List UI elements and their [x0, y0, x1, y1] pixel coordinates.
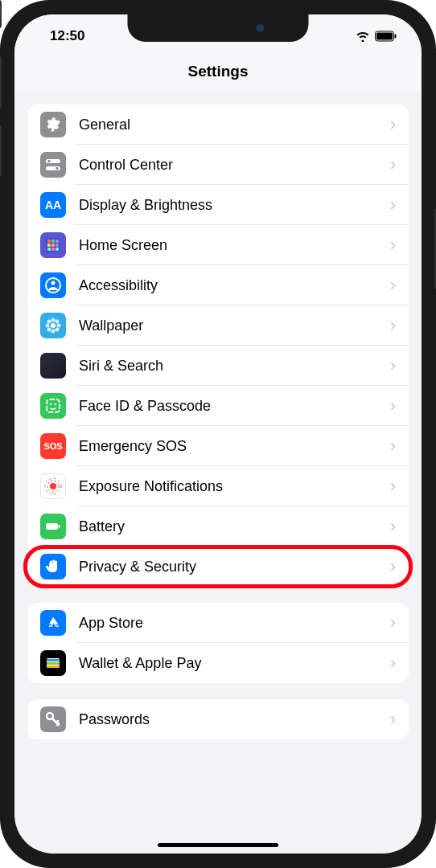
chevron-right-icon: ›	[390, 516, 396, 537]
row-label: Battery	[79, 518, 390, 535]
settings-row-accessibility[interactable]: Accessibility›	[27, 265, 409, 305]
chevron-right-icon: ›	[390, 114, 396, 135]
chevron-right-icon: ›	[390, 556, 396, 577]
sos-icon	[40, 433, 66, 459]
settings-row-wallet[interactable]: Wallet & Apple Pay›	[27, 643, 409, 683]
settings-group: Passwords›	[27, 699, 409, 739]
settings-row-siri[interactable]: Siri & Search›	[27, 346, 409, 386]
chevron-right-icon: ›	[390, 653, 396, 674]
settings-row-faceid[interactable]: Face ID & Passcode›	[27, 386, 409, 426]
settings-row-display[interactable]: Display & Brightness›	[27, 185, 409, 225]
row-label: Wallet & Apple Pay	[79, 655, 390, 672]
svg-rect-2	[395, 35, 397, 39]
row-label: App Store	[79, 615, 390, 632]
aa-icon	[40, 192, 66, 218]
chevron-right-icon: ›	[390, 476, 396, 497]
settings-row-privacy[interactable]: Privacy & Security›	[27, 547, 409, 587]
silent-switch	[0, 0, 2, 28]
chevron-right-icon: ›	[390, 709, 396, 730]
row-label: Home Screen	[79, 237, 390, 254]
chevron-right-icon: ›	[390, 235, 396, 256]
settings-row-appstore[interactable]: App Store›	[27, 603, 409, 643]
key-icon	[40, 706, 66, 732]
appstore-icon	[40, 610, 66, 636]
wifi-icon	[356, 31, 370, 42]
settings-row-exposure[interactable]: Exposure Notifications›	[27, 466, 409, 506]
page-title: Settings	[14, 63, 422, 80]
chevron-right-icon: ›	[390, 194, 396, 215]
chevron-right-icon: ›	[390, 436, 396, 457]
screen: 12:50 Settings General›Control Center›Di…	[14, 14, 422, 854]
home-indicator[interactable]	[158, 843, 278, 847]
row-label: Accessibility	[79, 277, 390, 294]
settings-row-home[interactable]: Home Screen›	[27, 225, 409, 265]
row-label: Emergency SOS	[79, 438, 390, 455]
flower-icon	[40, 313, 66, 338]
wallet-icon	[40, 650, 66, 676]
status-icons	[356, 31, 397, 42]
content[interactable]: General›Control Center›Display & Brightn…	[14, 92, 422, 852]
chevron-right-icon: ›	[390, 395, 396, 416]
row-label: Display & Brightness	[79, 197, 390, 214]
grid-icon	[40, 232, 66, 258]
settings-row-sos[interactable]: Emergency SOS›	[27, 426, 409, 466]
face-icon	[40, 393, 66, 419]
row-label: Control Center	[79, 157, 390, 174]
settings-row-passwords[interactable]: Passwords›	[27, 699, 409, 739]
phone-frame: 12:50 Settings General›Control Center›Di…	[0, 0, 436, 868]
siri-icon	[40, 353, 66, 379]
chevron-right-icon: ›	[390, 275, 396, 296]
row-label: Exposure Notifications	[79, 478, 390, 495]
row-label: Privacy & Security	[79, 559, 390, 575]
row-label: Passwords	[79, 711, 390, 728]
settings-row-wallpaper[interactable]: Wallpaper›	[27, 305, 409, 346]
battery-icon	[375, 31, 397, 42]
hand-icon	[40, 554, 66, 579]
chevron-right-icon: ›	[390, 612, 396, 633]
chevron-right-icon: ›	[390, 315, 396, 336]
chevron-right-icon: ›	[390, 355, 396, 376]
exposure-icon	[40, 473, 66, 499]
svg-rect-1	[376, 33, 393, 40]
settings-group: App Store›Wallet & Apple Pay›	[27, 603, 409, 683]
row-label: Wallpaper	[79, 317, 390, 334]
gear-icon	[40, 112, 66, 137]
switches-icon	[40, 152, 66, 178]
row-label: General	[79, 117, 390, 133]
settings-row-battery[interactable]: Battery›	[27, 506, 409, 547]
volume-up-button	[0, 56, 2, 108]
settings-group: General›Control Center›Display & Brightn…	[27, 104, 409, 587]
notch	[128, 14, 309, 42]
settings-row-control-center[interactable]: Control Center›	[27, 145, 409, 185]
settings-row-general[interactable]: General›	[27, 104, 409, 145]
chevron-right-icon: ›	[390, 154, 396, 175]
row-label: Face ID & Passcode	[79, 398, 390, 415]
row-label: Siri & Search	[79, 358, 390, 375]
battery-icon	[40, 514, 66, 539]
person-icon	[40, 272, 66, 298]
volume-down-button	[0, 125, 2, 177]
status-time: 12:50	[50, 28, 84, 44]
